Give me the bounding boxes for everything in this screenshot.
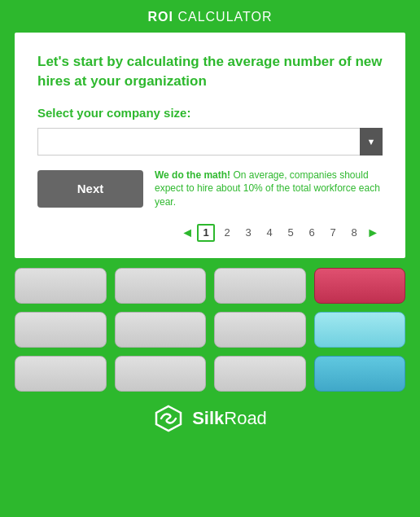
- calc-btn-2[interactable]: [115, 268, 207, 304]
- pagination-page-6[interactable]: 6: [303, 224, 321, 242]
- next-row: Next We do the math! On average, compani…: [37, 169, 383, 209]
- pagination-page-3[interactable]: 3: [239, 224, 257, 242]
- calc-btn-4[interactable]: [314, 268, 406, 304]
- header: ROI CALCULATOR: [0, 0, 420, 33]
- calc-btn-5[interactable]: [15, 312, 107, 348]
- silkroad-brand-text: SilkRoad: [192, 408, 267, 429]
- brand-silk: Silk: [192, 408, 224, 428]
- footer: SilkRoad: [0, 403, 420, 434]
- math-label: We do the math!: [155, 169, 230, 181]
- silkroad-logo-icon: [153, 403, 184, 434]
- pagination-page-1[interactable]: 1: [197, 224, 215, 242]
- card-heading: Let's start by calculating the average n…: [37, 52, 383, 91]
- calc-btn-3[interactable]: [214, 268, 306, 304]
- calc-btn-8[interactable]: [314, 312, 406, 348]
- next-button[interactable]: Next: [37, 170, 143, 208]
- math-hint: We do the math! On average, companies sh…: [155, 169, 383, 209]
- header-title-bold: ROI: [148, 10, 173, 24]
- pagination: ◄ 1 2 3 4 5 6 7 8 ►: [37, 224, 383, 242]
- main-card: Let's start by calculating the average n…: [15, 33, 405, 258]
- company-size-select[interactable]: 1-50 51-100 101-250 251-500 501-1000 100…: [37, 128, 383, 156]
- pagination-page-2[interactable]: 2: [218, 224, 236, 242]
- calc-button-grid: [15, 268, 405, 392]
- pagination-page-5[interactable]: 5: [282, 224, 300, 242]
- company-size-wrapper[interactable]: 1-50 51-100 101-250 251-500 501-1000 100…: [37, 128, 383, 156]
- pagination-left-arrow[interactable]: ◄: [181, 226, 194, 240]
- calc-btn-7[interactable]: [214, 312, 306, 348]
- calc-btn-10[interactable]: [115, 356, 207, 392]
- brand-road: Road: [224, 408, 267, 428]
- calc-btn-9[interactable]: [15, 356, 107, 392]
- pagination-page-7[interactable]: 7: [324, 224, 342, 242]
- pagination-right-arrow[interactable]: ►: [366, 226, 379, 240]
- header-title-rest: CALCULATOR: [173, 10, 273, 24]
- calc-btn-6[interactable]: [115, 312, 207, 348]
- pagination-page-8[interactable]: 8: [345, 224, 363, 242]
- calc-btn-1[interactable]: [15, 268, 107, 304]
- calc-btn-11[interactable]: [214, 356, 306, 392]
- card-subheading: Select your company size:: [37, 106, 383, 120]
- calc-btn-12[interactable]: [314, 356, 406, 392]
- header-title: ROI CALCULATOR: [148, 10, 273, 24]
- pagination-page-4[interactable]: 4: [260, 224, 278, 242]
